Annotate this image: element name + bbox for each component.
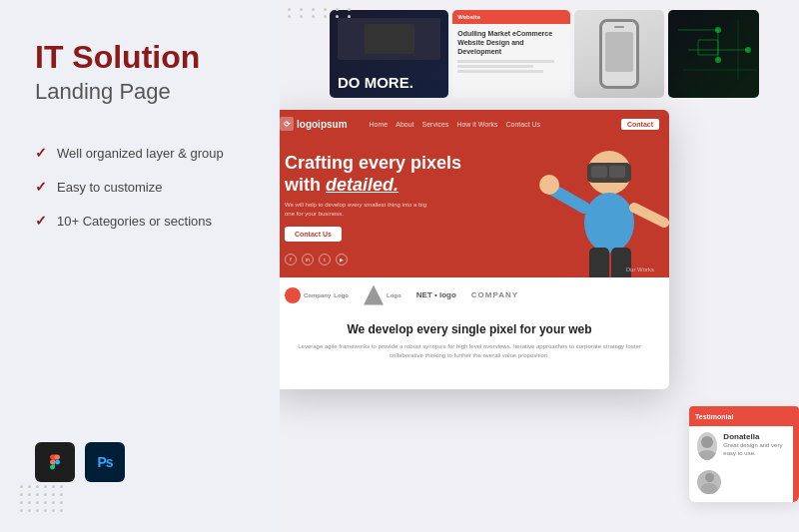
testimonial-text-block: Donatella Great design and very easy to … [723,432,791,458]
photoshop-icon: Ps [85,442,125,482]
svg-rect-18 [611,248,631,277]
card-content: Odulling Market eCommerce Website Design… [452,24,570,78]
feature-3: ✓ 10+ Categories or sections [35,213,245,229]
hero-subtext: We will help to develop every smallest t… [285,201,434,219]
social-icons: f in t ▶ [285,254,348,266]
dot-pattern-bottom [20,485,63,512]
tw-icon: t [319,254,331,266]
svg-point-13 [584,193,634,253]
main-title: IT Solution [35,40,245,75]
nav-home: Home [370,121,389,128]
testimonial-card: Testimonial Donatella Great design and v… [689,406,799,502]
tool-icons: Ps [35,442,125,482]
svg-line-15 [634,208,664,223]
svg-point-16 [539,175,559,195]
content-subtext: Leverage agile frameworks to provide a r… [285,342,654,360]
top-cards-row: DO MORE. Website Odulling Market eCommer… [330,10,759,100]
content-headline: We develop every single pixel for your w… [285,322,654,338]
red-accent-bar [793,406,799,502]
phone-card [574,10,665,98]
phone-shape [599,19,639,89]
do-more-text: DO MORE. [338,75,413,90]
fb-icon: f [285,254,297,266]
figma-icon [35,442,75,482]
check-icon-3: ✓ [35,213,47,229]
yt-icon: ▶ [336,254,348,266]
mockup-navbar: ⟳ logoipsum Home About Services How it W… [280,110,669,138]
logo-circle-1 [285,287,301,303]
testimonial-body: Donatella Great design and very easy to … [697,432,791,464]
svg-rect-12 [609,166,625,178]
logo-3: NET • logo [416,290,456,299]
nav-logo: ⟳ logoipsum [280,117,348,131]
nav-how: How it Works [456,121,497,128]
logos-bar: Company Logo Logo NET • logo COMPANY [280,277,669,312]
nav-about: About [396,121,413,128]
feature-2: ✓ Easy to customize [35,179,245,195]
nav-services: Services [422,121,449,128]
features-list: ✓ Well organized layer & group ✓ Easy to… [35,145,245,229]
do-more-card: DO MORE. [330,10,448,98]
ecommerce-card: Website Odulling Market eCommerce Websit… [452,10,570,98]
circuit-svg [668,10,759,98]
nav-cta-button[interactable]: Contact [621,119,659,130]
svg-point-4 [715,57,721,63]
mockup-content: We develop every single pixel for your w… [280,312,669,370]
logo-2: Logo [364,285,401,305]
svg-point-3 [715,27,721,33]
logo-icon: ⟳ [280,117,294,131]
testimonial-header: Testimonial [689,406,799,426]
feature-1: ✓ Well organized layer & group [35,145,245,161]
our-works-label: Our Works [625,266,654,272]
svg-rect-6 [698,40,718,55]
monitor-screen [338,18,440,60]
vr-person-figure [519,138,669,277]
circuit-card [668,10,759,98]
dot-pattern-top [288,8,356,18]
svg-rect-11 [591,166,607,178]
svg-point-5 [745,47,751,53]
main-website-mockup: ⟳ logoipsum Home About Services How it W… [280,110,669,389]
mockup-hero: Crafting every pixels with detailed. We … [280,138,669,277]
svg-rect-17 [589,248,609,277]
in-icon: in [302,254,314,266]
testimonial-avatar [697,432,717,460]
testimonial-avatar-2 [697,470,721,494]
right-panel: DO MORE. Website Odulling Market eCommer… [280,0,799,532]
logo-1: Company Logo [285,287,349,303]
left-panel: IT Solution Landing Page ✓ Well organize… [0,0,280,532]
check-icon-2: ✓ [35,179,47,195]
nav-contact: Contact Us [506,121,541,128]
hero-headline: Crafting every pixels with detailed. [285,153,464,196]
sub-title: Landing Page [35,79,245,105]
logo-4: COMPANY [471,290,518,299]
card-header: Website [452,10,570,24]
testimonial-body-2 [697,470,791,494]
hero-cta-button[interactable]: Contact Us [285,227,342,242]
check-icon-1: ✓ [35,145,47,161]
nav-links: Home About Services How it Works Contact… [370,121,541,128]
